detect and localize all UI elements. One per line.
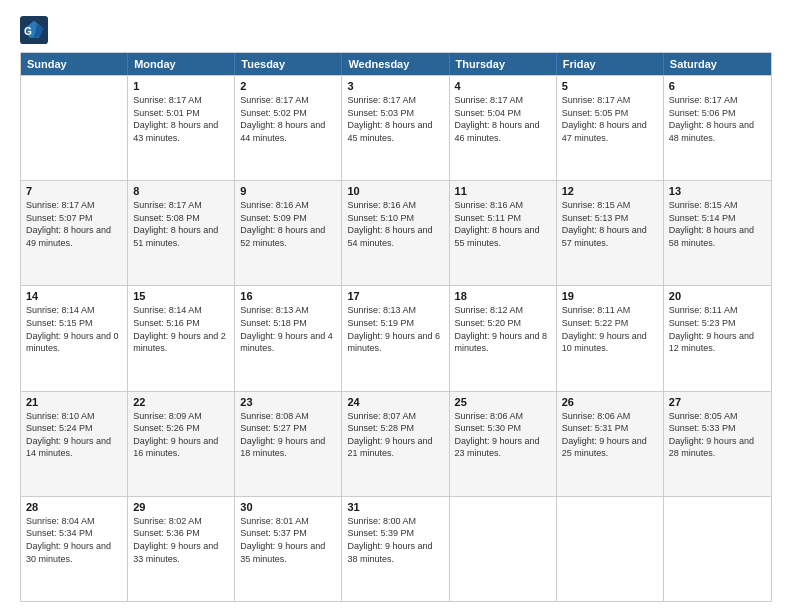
cell-info: Sunrise: 8:17 AM Sunset: 5:05 PM Dayligh… [562, 94, 658, 144]
calendar-week-5: 28Sunrise: 8:04 AM Sunset: 5:34 PM Dayli… [21, 496, 771, 601]
cell-info: Sunrise: 8:02 AM Sunset: 5:36 PM Dayligh… [133, 515, 229, 565]
calendar-cell: 31Sunrise: 8:00 AM Sunset: 5:39 PM Dayli… [342, 497, 449, 601]
cell-info: Sunrise: 8:16 AM Sunset: 5:11 PM Dayligh… [455, 199, 551, 249]
calendar-cell: 29Sunrise: 8:02 AM Sunset: 5:36 PM Dayli… [128, 497, 235, 601]
cell-day-number: 20 [669, 290, 766, 302]
cell-day-number: 28 [26, 501, 122, 513]
cell-info: Sunrise: 8:00 AM Sunset: 5:39 PM Dayligh… [347, 515, 443, 565]
calendar-cell: 8Sunrise: 8:17 AM Sunset: 5:08 PM Daylig… [128, 181, 235, 285]
cell-day-number: 24 [347, 396, 443, 408]
calendar-cell: 21Sunrise: 8:10 AM Sunset: 5:24 PM Dayli… [21, 392, 128, 496]
cell-day-number: 27 [669, 396, 766, 408]
header-day-thursday: Thursday [450, 53, 557, 75]
calendar-cell [664, 497, 771, 601]
cell-day-number: 2 [240, 80, 336, 92]
cell-day-number: 18 [455, 290, 551, 302]
calendar-week-3: 14Sunrise: 8:14 AM Sunset: 5:15 PM Dayli… [21, 285, 771, 390]
calendar-cell: 23Sunrise: 8:08 AM Sunset: 5:27 PM Dayli… [235, 392, 342, 496]
cell-info: Sunrise: 8:14 AM Sunset: 5:16 PM Dayligh… [133, 304, 229, 354]
cell-day-number: 22 [133, 396, 229, 408]
calendar-cell: 24Sunrise: 8:07 AM Sunset: 5:28 PM Dayli… [342, 392, 449, 496]
calendar-week-2: 7Sunrise: 8:17 AM Sunset: 5:07 PM Daylig… [21, 180, 771, 285]
cell-info: Sunrise: 8:09 AM Sunset: 5:26 PM Dayligh… [133, 410, 229, 460]
calendar-cell: 1Sunrise: 8:17 AM Sunset: 5:01 PM Daylig… [128, 76, 235, 180]
cell-info: Sunrise: 8:11 AM Sunset: 5:22 PM Dayligh… [562, 304, 658, 354]
calendar-cell: 14Sunrise: 8:14 AM Sunset: 5:15 PM Dayli… [21, 286, 128, 390]
calendar-cell: 6Sunrise: 8:17 AM Sunset: 5:06 PM Daylig… [664, 76, 771, 180]
calendar-cell: 30Sunrise: 8:01 AM Sunset: 5:37 PM Dayli… [235, 497, 342, 601]
logo: G [20, 16, 52, 44]
cell-day-number: 26 [562, 396, 658, 408]
calendar-cell: 26Sunrise: 8:06 AM Sunset: 5:31 PM Dayli… [557, 392, 664, 496]
cell-day-number: 1 [133, 80, 229, 92]
calendar-header: SundayMondayTuesdayWednesdayThursdayFrid… [21, 53, 771, 75]
header: G [20, 16, 772, 44]
svg-text:G: G [24, 26, 32, 37]
calendar-cell: 2Sunrise: 8:17 AM Sunset: 5:02 PM Daylig… [235, 76, 342, 180]
cell-info: Sunrise: 8:17 AM Sunset: 5:02 PM Dayligh… [240, 94, 336, 144]
calendar-cell: 19Sunrise: 8:11 AM Sunset: 5:22 PM Dayli… [557, 286, 664, 390]
cell-day-number: 5 [562, 80, 658, 92]
cell-info: Sunrise: 8:12 AM Sunset: 5:20 PM Dayligh… [455, 304, 551, 354]
cell-day-number: 8 [133, 185, 229, 197]
cell-info: Sunrise: 8:10 AM Sunset: 5:24 PM Dayligh… [26, 410, 122, 460]
cell-info: Sunrise: 8:16 AM Sunset: 5:10 PM Dayligh… [347, 199, 443, 249]
calendar-week-4: 21Sunrise: 8:10 AM Sunset: 5:24 PM Dayli… [21, 391, 771, 496]
cell-day-number: 6 [669, 80, 766, 92]
calendar-week-1: 1Sunrise: 8:17 AM Sunset: 5:01 PM Daylig… [21, 75, 771, 180]
cell-day-number: 7 [26, 185, 122, 197]
cell-info: Sunrise: 8:13 AM Sunset: 5:19 PM Dayligh… [347, 304, 443, 354]
cell-info: Sunrise: 8:17 AM Sunset: 5:08 PM Dayligh… [133, 199, 229, 249]
cell-day-number: 12 [562, 185, 658, 197]
cell-info: Sunrise: 8:16 AM Sunset: 5:09 PM Dayligh… [240, 199, 336, 249]
calendar-cell: 5Sunrise: 8:17 AM Sunset: 5:05 PM Daylig… [557, 76, 664, 180]
cell-day-number: 19 [562, 290, 658, 302]
cell-day-number: 11 [455, 185, 551, 197]
cell-day-number: 16 [240, 290, 336, 302]
calendar-cell: 28Sunrise: 8:04 AM Sunset: 5:34 PM Dayli… [21, 497, 128, 601]
calendar-cell: 15Sunrise: 8:14 AM Sunset: 5:16 PM Dayli… [128, 286, 235, 390]
calendar-cell: 13Sunrise: 8:15 AM Sunset: 5:14 PM Dayli… [664, 181, 771, 285]
cell-info: Sunrise: 8:11 AM Sunset: 5:23 PM Dayligh… [669, 304, 766, 354]
cell-info: Sunrise: 8:15 AM Sunset: 5:14 PM Dayligh… [669, 199, 766, 249]
calendar-cell: 17Sunrise: 8:13 AM Sunset: 5:19 PM Dayli… [342, 286, 449, 390]
calendar-cell: 7Sunrise: 8:17 AM Sunset: 5:07 PM Daylig… [21, 181, 128, 285]
calendar-cell [557, 497, 664, 601]
cell-info: Sunrise: 8:01 AM Sunset: 5:37 PM Dayligh… [240, 515, 336, 565]
cell-info: Sunrise: 8:17 AM Sunset: 5:01 PM Dayligh… [133, 94, 229, 144]
cell-info: Sunrise: 8:14 AM Sunset: 5:15 PM Dayligh… [26, 304, 122, 354]
cell-info: Sunrise: 8:17 AM Sunset: 5:03 PM Dayligh… [347, 94, 443, 144]
calendar-cell [21, 76, 128, 180]
calendar-cell: 16Sunrise: 8:13 AM Sunset: 5:18 PM Dayli… [235, 286, 342, 390]
calendar-cell [450, 497, 557, 601]
header-day-tuesday: Tuesday [235, 53, 342, 75]
calendar: SundayMondayTuesdayWednesdayThursdayFrid… [20, 52, 772, 602]
cell-info: Sunrise: 8:13 AM Sunset: 5:18 PM Dayligh… [240, 304, 336, 354]
cell-info: Sunrise: 8:07 AM Sunset: 5:28 PM Dayligh… [347, 410, 443, 460]
header-day-wednesday: Wednesday [342, 53, 449, 75]
cell-info: Sunrise: 8:08 AM Sunset: 5:27 PM Dayligh… [240, 410, 336, 460]
cell-day-number: 23 [240, 396, 336, 408]
cell-info: Sunrise: 8:15 AM Sunset: 5:13 PM Dayligh… [562, 199, 658, 249]
calendar-cell: 22Sunrise: 8:09 AM Sunset: 5:26 PM Dayli… [128, 392, 235, 496]
generalblue-logo-icon: G [20, 16, 48, 44]
calendar-cell: 18Sunrise: 8:12 AM Sunset: 5:20 PM Dayli… [450, 286, 557, 390]
cell-day-number: 30 [240, 501, 336, 513]
cell-day-number: 17 [347, 290, 443, 302]
header-day-sunday: Sunday [21, 53, 128, 75]
calendar-cell: 27Sunrise: 8:05 AM Sunset: 5:33 PM Dayli… [664, 392, 771, 496]
cell-day-number: 31 [347, 501, 443, 513]
calendar-cell: 25Sunrise: 8:06 AM Sunset: 5:30 PM Dayli… [450, 392, 557, 496]
cell-day-number: 4 [455, 80, 551, 92]
calendar-cell: 11Sunrise: 8:16 AM Sunset: 5:11 PM Dayli… [450, 181, 557, 285]
page: G SundayMondayTuesdayWednesdayThursdayFr… [0, 0, 792, 612]
cell-day-number: 9 [240, 185, 336, 197]
cell-day-number: 10 [347, 185, 443, 197]
calendar-cell: 12Sunrise: 8:15 AM Sunset: 5:13 PM Dayli… [557, 181, 664, 285]
cell-info: Sunrise: 8:17 AM Sunset: 5:06 PM Dayligh… [669, 94, 766, 144]
header-day-saturday: Saturday [664, 53, 771, 75]
cell-info: Sunrise: 8:17 AM Sunset: 5:07 PM Dayligh… [26, 199, 122, 249]
calendar-cell: 4Sunrise: 8:17 AM Sunset: 5:04 PM Daylig… [450, 76, 557, 180]
calendar-body: 1Sunrise: 8:17 AM Sunset: 5:01 PM Daylig… [21, 75, 771, 601]
header-day-monday: Monday [128, 53, 235, 75]
